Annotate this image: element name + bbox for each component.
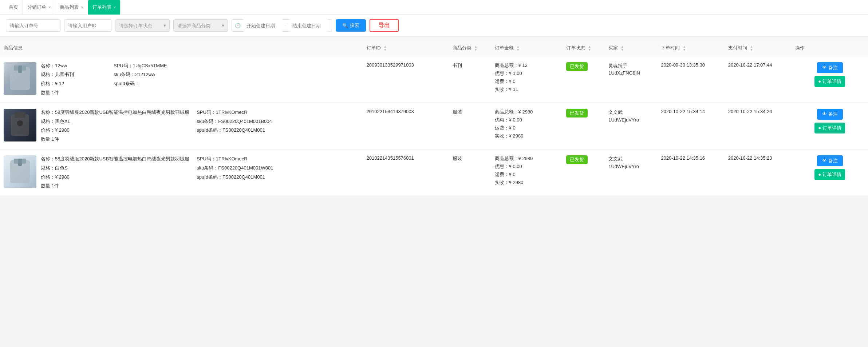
order-detail-button[interactable]: ● 订单详情 — [814, 123, 845, 133]
pay-time: 2020-10-22 14:35:23 — [728, 155, 772, 161]
product-right: SPU码：1TRlvKOmecR sku条码：FS00220Q401M001B0… — [197, 109, 272, 143]
order-status-select-wrapper: 请选择订单状态 ▼ — [115, 19, 170, 32]
svg-rect-4 — [15, 112, 25, 118]
product-info-cell-0: 名称：12ww 规格：儿童书刊 价格：¥ 12 数量 1件 SPU码：1UgCS… — [0, 56, 363, 103]
orders-table-container: 商品信息 订单ID ▲▼ 商品分类 ▲▼ 订单金额 ▲▼ 订单状态 ▲▼ — [0, 40, 868, 196]
order-status-select[interactable]: 请选择订单状态 — [115, 19, 170, 32]
tab-product-list[interactable]: 商品列表× — [55, 0, 88, 15]
sort-icon-status[interactable]: ▲▼ — [588, 45, 591, 52]
export-button[interactable]: 导出 — [370, 19, 399, 32]
tab-close-icon[interactable]: × — [48, 5, 51, 9]
buyer-info: 文文武 1UdWEjuVYro — [608, 155, 654, 171]
dot-icon: ● — [818, 172, 821, 177]
sort-icon-amount[interactable]: ▲▼ — [516, 45, 520, 52]
product-spuid-code: spuId条码： — [114, 80, 186, 88]
col-order-time: 下单时间 ▲▼ — [657, 40, 724, 56]
amount-cell-2: 商品总额：¥ 2980 优惠：¥ 0.00 运费：¥ 0 实收：¥ 2980 — [491, 149, 563, 196]
order-detail-label: 订单详情 — [822, 78, 841, 85]
order-time-cell-0: 2020-09-30 13:35:30 — [657, 56, 724, 103]
status-cell-1: 已发货 — [563, 103, 605, 149]
tab-close-icon[interactable]: × — [81, 5, 83, 9]
order-id-cell-2: 201022143515576001 — [363, 149, 449, 196]
status-cell-2: 已发货 — [563, 149, 605, 196]
table-body: 名称：12ww 规格：儿童书刊 价格：¥ 12 数量 1件 SPU码：1UgCS… — [0, 56, 868, 196]
amount-details: 商品总额：¥ 12 优惠：¥ 1.00 运费：¥ 0 实收：¥ 11 — [495, 62, 559, 93]
buyer-id: 1UdWEjuVYro — [608, 116, 654, 124]
end-date-input[interactable] — [289, 19, 329, 32]
search-icon: 🔍 — [342, 23, 348, 28]
order-id-cell-1: 201022153414379003 — [363, 103, 449, 149]
col-product-info: 商品信息 — [0, 40, 363, 56]
buyer-info: 灵魂捕手 1UdXzFNG8IN — [608, 62, 654, 77]
pay-time: 2020-10-22 17:07:44 — [728, 62, 772, 68]
order-detail-button[interactable]: ● 订单详情 — [814, 169, 845, 180]
pay-time: 2020-10-22 15:34:24 — [728, 109, 772, 114]
start-date-input[interactable] — [243, 19, 283, 32]
product-spu-code: SPU码：1TRlvKOmecR — [197, 109, 272, 116]
product-left: 名称：58度羽绒服2020新款USB智能温控电加热白鸭绒夜光男款羽绒服 规格：黑… — [41, 109, 189, 143]
eye-icon: 👁 — [822, 65, 827, 70]
header-row: 商品信息 订单ID ▲▼ 商品分类 ▲▼ 订单金额 ▲▼ 订单状态 ▲▼ — [0, 40, 868, 56]
sort-icon-order-id[interactable]: ▲▼ — [383, 45, 387, 52]
amount-freight: 运费：¥ 0 — [495, 78, 559, 85]
product-name: 名称：58度羽绒服2020新款USB智能温控电加热白鸭绒夜光男款羽绒服 — [41, 109, 189, 116]
product-spuid-code: spuId条码：FS00220Q401M001 — [197, 127, 272, 134]
sort-icon-buyer[interactable]: ▲▼ — [621, 45, 624, 52]
product-details: 名称：58度羽绒服2020新款USB智能温控电加热白鸭绒夜光男款羽绒服 规格：黑… — [41, 109, 359, 143]
product-category-select[interactable]: 请选择商品分类 — [173, 19, 228, 32]
amount-cell-0: 商品总额：¥ 12 优惠：¥ 1.00 运费：¥ 0 实收：¥ 11 — [491, 56, 563, 103]
product-info-cell-1: 名称：58度羽绒服2020新款USB智能温控电加热白鸭绒夜光男款羽绒服 规格：黑… — [0, 103, 363, 149]
search-button[interactable]: 🔍 搜索 — [336, 19, 366, 32]
col-product-category: 商品分类 ▲▼ — [449, 40, 491, 56]
order-time-cell-1: 2020-10-22 15:34:14 — [657, 103, 724, 149]
buyer-id: 1UdXzFNG8IN — [608, 69, 654, 77]
buyer-name: 文文武 — [608, 155, 654, 163]
product-name: 名称：12ww — [41, 62, 106, 70]
remark-button[interactable]: 👁 备注 — [817, 109, 843, 120]
order-time: 2020-09-30 13:35:30 — [661, 62, 705, 68]
order-id-cell-0: 200930133529971003 — [363, 56, 449, 103]
action-cell-0: 👁 备注 ● 订单详情 — [792, 56, 868, 103]
product-price: 价格：¥ 12 — [41, 80, 106, 88]
sort-icon-order-time[interactable]: ▲▼ — [683, 45, 686, 52]
remark-button[interactable]: 👁 备注 — [817, 62, 843, 73]
svg-rect-2 — [18, 65, 22, 73]
tab-order-list[interactable]: 订单列表× — [88, 0, 121, 15]
amount-details: 商品总额：¥ 2980 优惠：¥ 0.00 运费：¥ 0 实收：¥ 2980 — [495, 109, 559, 139]
tab-distribution-orders[interactable]: 分销订单× — [23, 0, 55, 15]
amount-details: 商品总额：¥ 2980 优惠：¥ 0.00 运费：¥ 0 实收：¥ 2980 — [495, 155, 559, 186]
order-detail-button[interactable]: ● 订单详情 — [814, 76, 845, 87]
jacket-svg — [7, 64, 33, 93]
remark-button[interactable]: 👁 备注 — [817, 155, 843, 166]
product-category-select-wrapper: 请选择商品分类 ▼ — [173, 19, 228, 32]
filter-bar: 请选择订单状态 ▼ 请选择商品分类 ▼ 🕐 - 🔍 搜索 导出 — [0, 15, 868, 37]
product-price: 价格：¥ 2980 — [41, 127, 189, 134]
order-no-input[interactable] — [6, 19, 60, 32]
col-buyer: 买家 ▲▼ — [605, 40, 657, 56]
product-right: SPU码：1TRlvKOmecR sku条码：FS00220Q401M001W0… — [197, 155, 273, 190]
sort-icon-pay-time[interactable]: ▲▼ — [750, 45, 753, 52]
amount-cell-1: 商品总额：¥ 2980 优惠：¥ 0.00 运费：¥ 0 实收：¥ 2980 — [491, 103, 563, 149]
clock-icon: 🕐 — [235, 23, 241, 28]
product-info: 名称：58度羽绒服2020新款USB智能温控电加热白鸭绒夜光男款羽绒服 规格：黑… — [4, 109, 359, 143]
tab-close-icon[interactable]: × — [114, 5, 116, 9]
product-spu-code: SPU码：1UgCSx5TMME — [114, 62, 186, 70]
date-range-picker: 🕐 - — [232, 19, 332, 32]
pay-time-cell-1: 2020-10-22 15:34:24 — [725, 103, 792, 149]
order-time: 2020-10-22 15:34:14 — [661, 109, 705, 114]
product-info-cell-2: 名称：58度羽绒服2020新款USB智能温控电加热白鸭绒夜光男款羽绒服 规格：白… — [0, 149, 363, 196]
product-image — [4, 155, 36, 188]
action-buttons: 👁 备注 ● 订单详情 — [795, 155, 864, 180]
sort-icon-category[interactable]: ▲▼ — [474, 45, 477, 52]
user-id-input[interactable] — [64, 19, 111, 32]
table-row: 名称：58度羽绒服2020新款USB智能温控电加热白鸭绒夜光男款羽绒服 规格：黑… — [0, 103, 868, 149]
amount-discount: 优惠：¥ 0.00 — [495, 117, 559, 123]
amount-total: 商品总额：¥ 2980 — [495, 109, 559, 115]
tab-home[interactable]: 首页 — [4, 0, 23, 15]
pay-time-cell-2: 2020-10-22 14:35:23 — [725, 149, 792, 196]
product-image — [4, 109, 36, 141]
col-action: 操作 — [792, 40, 868, 56]
amount-total: 商品总额：¥ 12 — [495, 62, 559, 69]
pay-time-cell-0: 2020-10-22 17:07:44 — [725, 56, 792, 103]
table-row: 名称：12ww 规格：儿童书刊 价格：¥ 12 数量 1件 SPU码：1UgCS… — [0, 56, 868, 103]
